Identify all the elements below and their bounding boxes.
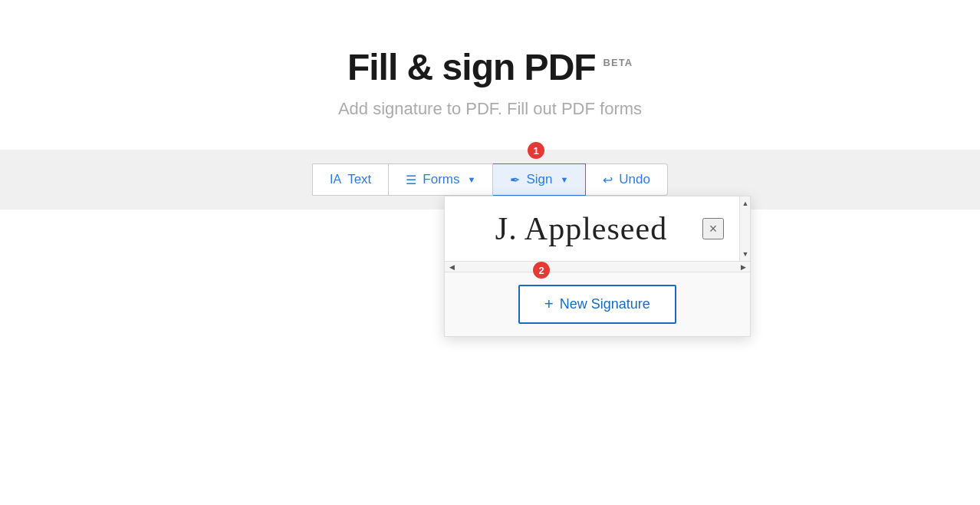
sign-dropdown-arrow-icon: ▼ [560,175,568,184]
sign-dropdown-panel: J. Appleseed × ▲ ▼ ◀ ▶ [444,196,751,337]
scroll-down-arrow-icon[interactable]: ▼ [740,249,751,259]
signature-text: J. Appleseed [460,210,702,247]
page-title: Fill & sign PDF [347,46,596,88]
title-row: Fill & sign PDF BETA [347,46,633,88]
scroll-up-arrow-icon[interactable]: ▲ [740,198,751,209]
text-icon: IA [330,173,341,186]
step1-badge: 1 [528,142,544,159]
horizontal-scrollbar[interactable]: ◀ ▶ [445,261,750,272]
close-icon: × [709,221,718,237]
text-button[interactable]: IA Text [312,163,389,196]
close-signature-button[interactable]: × [702,218,724,239]
forms-btn-label: Forms [423,172,459,187]
new-signature-section: 2 + New Signature [445,272,750,336]
new-signature-button[interactable]: + New Signature [518,285,676,324]
text-btn-label: Text [347,172,371,187]
toolbar-section: 1 IA Text ☰ Forms ▼ ✒ Sign ▼ ↩ Undo [0,150,980,210]
forms-button[interactable]: ☰ Forms ▼ [389,163,493,196]
page-subtitle: Add signature to PDF. Fill out PDF forms [338,99,642,119]
sign-btn-label: Sign [526,172,552,187]
scroll-left-arrow-icon[interactable]: ◀ [446,262,457,272]
scroll-right-arrow-icon[interactable]: ▶ [738,262,748,272]
undo-button[interactable]: ↩ Undo [586,163,668,196]
signature-scroll-area: J. Appleseed × ▲ ▼ [445,196,750,261]
undo-btn-label: Undo [619,172,650,187]
plus-icon: + [544,295,554,313]
sign-button[interactable]: ✒ Sign ▼ [493,163,586,196]
sign-icon: ✒ [510,173,520,187]
vertical-scrollbar[interactable]: ▲ ▼ [739,196,750,261]
step2-badge: 2 [533,262,550,279]
beta-badge: BETA [603,57,633,68]
toolbar: 1 IA Text ☰ Forms ▼ ✒ Sign ▼ ↩ Undo [312,163,668,196]
page-wrapper: Fill & sign PDF BETA Add signature to PD… [0,0,980,505]
undo-icon: ↩ [603,173,613,187]
signature-row[interactable]: J. Appleseed × [445,196,739,261]
forms-dropdown-arrow-icon: ▼ [468,175,476,184]
forms-icon: ☰ [406,173,416,187]
new-signature-label: New Signature [560,296,650,312]
header-section: Fill & sign PDF BETA Add signature to PD… [338,0,642,150]
